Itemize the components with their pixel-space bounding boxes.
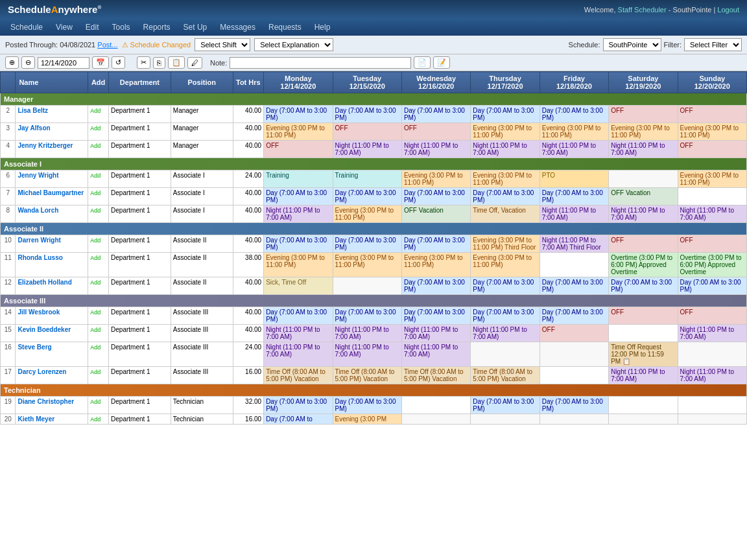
shift-cell[interactable]: Day (7:00 AM to 3:00 PM) — [401, 235, 470, 253]
row-add[interactable]: Add — [88, 106, 109, 123]
shift-cell[interactable]: Night (11:00 PM to 7:00 AM) — [333, 325, 401, 342]
shift-cell[interactable]: Day (7:00 AM to 3:00 PM) — [471, 397, 540, 414]
shift-cell[interactable] — [678, 188, 746, 205]
row-name[interactable]: Darren Wright — [16, 235, 88, 253]
row-name[interactable]: Elizabeth Holland — [16, 277, 88, 295]
row-name[interactable]: Jill Wesbrook — [16, 307, 88, 325]
shift-cell[interactable]: Night (11:00 PM to 7:00 AM) — [609, 367, 678, 384]
row-name[interactable]: Kieth Meyer — [16, 414, 88, 425]
shift-cell[interactable]: Night (11:00 PM to 7:00 AM) — [678, 325, 746, 342]
shift-cell[interactable]: Evening (3:00 PM to 11:00 PM) — [471, 123, 540, 141]
post-link[interactable]: Post... — [97, 41, 117, 49]
shift-cell[interactable] — [540, 253, 608, 277]
shift-cell[interactable]: Training — [333, 170, 401, 188]
row-name[interactable]: Diane Christopher — [16, 397, 88, 414]
shift-cell[interactable] — [471, 342, 540, 367]
row-add[interactable]: Add — [88, 342, 109, 367]
shift-cell[interactable]: PTO — [540, 170, 608, 188]
shift-cell[interactable]: Night (11:00 PM to 7:00 AM) — [471, 325, 540, 342]
nav-schedule[interactable]: Schedule — [4, 19, 49, 36]
shift-cell[interactable]: OFF — [678, 141, 746, 158]
shift-cell[interactable]: Night (11:00 PM to 7:00 AM) — [264, 205, 333, 223]
shift-cell[interactable]: Evening (3:00 PM — [333, 414, 401, 425]
nav-setup[interactable]: Set Up — [177, 19, 214, 36]
shift-cell[interactable] — [401, 414, 470, 425]
shift-cell[interactable]: Day (7:00 AM to 3:00 PM) — [264, 235, 333, 253]
shift-cell[interactable]: OFF Vacation — [401, 205, 470, 223]
nav-help[interactable]: Help — [308, 19, 337, 36]
shift-cell[interactable]: Night (11:00 PM to 7:00 AM) — [401, 325, 470, 342]
shift-cell[interactable]: OFF — [333, 123, 401, 141]
shift-cell[interactable]: Day (7:00 AM to 3:00 PM) — [333, 188, 401, 205]
shift-cell[interactable]: OFF — [609, 235, 678, 253]
shift-cell[interactable]: Night (11:00 PM to 7:00 AM) — [401, 342, 470, 367]
shift-cell[interactable]: Day (7:00 AM to 3:00 PM) — [264, 106, 333, 123]
shift-cell[interactable]: Day (7:00 AM to 3:00 PM) — [401, 188, 470, 205]
row-name[interactable]: Steve Berg — [16, 342, 88, 367]
shift-cell[interactable]: Night (11:00 PM to 7:00 AM) — [471, 141, 540, 158]
shift-cell[interactable]: Night (11:00 PM to 7:00 AM) — [540, 141, 608, 158]
schedule-select[interactable]: SouthPointe — [603, 38, 661, 51]
row-add[interactable]: Add — [88, 123, 109, 141]
shift-cell[interactable] — [609, 325, 678, 342]
shift-cell[interactable]: OFF — [678, 235, 746, 253]
shift-cell[interactable]: Night (11:00 PM to 7:00 AM) — [264, 325, 333, 342]
shift-cell[interactable]: Training — [264, 170, 333, 188]
row-add[interactable]: Add — [88, 170, 109, 188]
shift-cell[interactable]: Sick, Time Off — [264, 277, 333, 295]
shift-cell[interactable] — [471, 414, 540, 425]
row-add[interactable]: Add — [88, 367, 109, 384]
shift-cell[interactable]: Evening (3:00 PM to 11:00 PM) — [333, 253, 401, 277]
shift-cell[interactable]: Evening (3:00 PM to 11:00 PM) — [333, 205, 401, 223]
shift-cell[interactable]: OFF Vacation — [609, 188, 678, 205]
shift-cell[interactable]: OFF — [609, 106, 678, 123]
copy-button[interactable]: ⎘ — [153, 57, 165, 69]
shift-cell[interactable]: Day (7:00 AM to 3:00 PM) — [471, 106, 540, 123]
shift-cell[interactable]: Day (7:00 AM to 3:00 PM) — [471, 307, 540, 325]
row-add[interactable]: Add — [88, 235, 109, 253]
shift-cell[interactable]: Day (7:00 AM to 3:00 PM) — [678, 277, 746, 295]
nav-reports[interactable]: Reports — [137, 19, 177, 36]
row-add[interactable]: Add — [88, 414, 109, 425]
shift-cell[interactable]: Time Off, Vacation — [471, 205, 540, 223]
shift-cell[interactable]: Night (11:00 PM to 7:00 AM) — [264, 342, 333, 367]
nav-tools[interactable]: Tools — [106, 19, 137, 36]
shift-cell[interactable]: Night (11:00 PM to 7:00 AM) — [678, 367, 746, 384]
row-add[interactable]: Add — [88, 307, 109, 325]
shift-cell[interactable]: Night (11:00 PM to 7:00 AM) — [609, 141, 678, 158]
row-name[interactable]: Lisa Beltz — [16, 106, 88, 123]
shift-cell[interactable]: Day (7:00 AM to 3:00 PM) — [264, 307, 333, 325]
clear-button[interactable]: 🖊 — [187, 57, 202, 69]
shift-cell[interactable]: Day (7:00 AM to 3:00 PM) — [540, 397, 608, 414]
row-name[interactable]: Jay Alfson — [16, 123, 88, 141]
shift-cell[interactable]: Day (7:00 AM to 3:00 PM) — [333, 106, 401, 123]
shift-cell[interactable]: Evening (3:00 PM to 11:00 PM) — [540, 123, 608, 141]
shift-cell[interactable] — [333, 277, 401, 295]
filter-select[interactable]: Select Filter — [684, 38, 742, 51]
staff-scheduler-link[interactable]: Staff Scheduler — [618, 6, 667, 14]
shift-cell[interactable]: Evening (3:00 PM to 11:00 PM) — [678, 123, 746, 141]
shift-cell[interactable] — [609, 397, 678, 414]
shift-cell[interactable]: OFF — [264, 141, 333, 158]
shift-cell[interactable]: Day (7:00 AM to 3:00 PM) — [401, 307, 470, 325]
row-add[interactable]: Add — [88, 397, 109, 414]
nav-view[interactable]: View — [49, 19, 79, 36]
shift-cell[interactable]: Night (11:00 PM to 7:00 AM) — [401, 141, 470, 158]
shift-cell[interactable]: OFF — [540, 325, 608, 342]
shift-cell[interactable]: Day (7:00 AM to 3:00 PM) — [540, 188, 608, 205]
shift-cell[interactable]: Night (11:00 PM to 7:00 AM) — [678, 205, 746, 223]
shift-cell[interactable]: Night (11:00 PM to 7:00 AM) — [333, 141, 401, 158]
shift-cell[interactable]: Evening (3:00 PM to 11:00 PM) — [678, 170, 746, 188]
row-name[interactable]: Darcy Lorenzen — [16, 367, 88, 384]
prev-button[interactable]: ⊖ — [21, 56, 35, 69]
row-add[interactable]: Add — [88, 253, 109, 277]
row-add[interactable]: Add — [88, 141, 109, 158]
shift-cell[interactable]: OFF — [678, 106, 746, 123]
nav-messages[interactable]: Messages — [213, 19, 262, 36]
shift-cell[interactable]: Day (7:00 AM to 3:00 PM) — [609, 277, 678, 295]
shift-cell[interactable]: Day (7:00 AM to 3:00 PM) — [540, 106, 608, 123]
shift-cell[interactable] — [401, 397, 470, 414]
shift-cell[interactable]: OFF — [401, 123, 470, 141]
select-shift[interactable]: Select Shift — [195, 38, 250, 51]
refresh-button[interactable]: ↺ — [112, 56, 125, 69]
